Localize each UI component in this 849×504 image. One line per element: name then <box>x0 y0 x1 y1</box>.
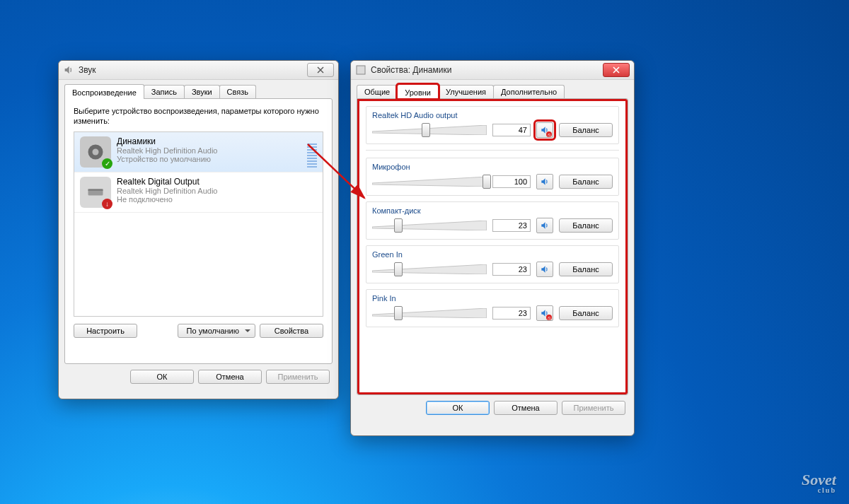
apply-button[interactable]: Применить <box>562 401 625 415</box>
device-name: Динамики <box>117 136 301 146</box>
sound-dialog: Звук Воспроизведение Запись Звуки Связь … <box>58 60 339 399</box>
ok-button[interactable]: ОК <box>130 370 194 384</box>
speaker-device-icon: ✓ <box>80 136 111 168</box>
volume-slider[interactable] <box>372 175 487 189</box>
tab-playback[interactable]: Воспроизведение <box>64 84 144 99</box>
tab-enhance[interactable]: Улучшения <box>438 85 494 98</box>
apply-button[interactable]: Применить <box>266 370 330 384</box>
level-row: 23⦸Баланс <box>372 305 613 321</box>
sound-title: Звук <box>79 65 303 75</box>
svg-marker-8 <box>372 264 487 274</box>
props-tabs: Общие Уровни Улучшения Дополнительно <box>351 80 634 98</box>
volume-slider[interactable] <box>372 123 487 137</box>
balance-button[interactable]: Баланс <box>559 306 613 320</box>
svg-marker-6 <box>372 177 487 187</box>
props-panel: Realtek HD Audio output47⦸БалансМикрофон… <box>357 98 628 395</box>
properties-dialog: Свойства: Динамики Общие Уровни Улучшени… <box>350 60 635 436</box>
level-row: 47⦸Баланс <box>372 122 613 138</box>
close-button[interactable] <box>307 63 334 77</box>
mute-button[interactable] <box>536 174 553 189</box>
volume-value[interactable]: 23 <box>492 307 531 320</box>
mute-button[interactable]: ⦸ <box>536 122 553 138</box>
desktop: Звук Воспроизведение Запись Звуки Связь … <box>0 0 849 504</box>
default-button[interactable]: По умолчанию <box>178 324 255 338</box>
properties-icon <box>355 64 366 76</box>
tab-general[interactable]: Общие <box>357 85 398 98</box>
muted-icon: ⦸ <box>546 315 552 320</box>
props-titlebar[interactable]: Свойства: Динамики <box>351 61 634 80</box>
level-name: Компакт-диск <box>372 206 613 215</box>
svg-marker-9 <box>372 308 487 318</box>
volume-value[interactable]: 23 <box>492 263 531 276</box>
device-desc: Realtek High Definition Audio <box>117 187 317 195</box>
level-group: Микрофон100Баланс <box>366 158 619 196</box>
level-name: Pink In <box>372 294 613 303</box>
slider-thumb[interactable] <box>394 218 403 233</box>
volume-slider[interactable] <box>372 306 487 320</box>
balance-button[interactable]: Баланс <box>559 262 613 276</box>
slider-thumb[interactable] <box>483 175 491 189</box>
disabled-icon: ↓ <box>102 199 112 209</box>
volume-slider[interactable] <box>372 218 487 233</box>
muted-icon: ⦸ <box>546 131 552 137</box>
volume-value[interactable]: 47 <box>492 124 531 136</box>
ok-button[interactable]: ОК <box>426 401 490 415</box>
level-name: Микрофон <box>372 163 613 171</box>
device-list[interactable]: ✓ Динамики Realtek High Definition Audio… <box>74 131 323 317</box>
volume-value[interactable]: 23 <box>492 219 531 232</box>
svg-marker-7 <box>372 221 487 230</box>
watermark: Sovet club <box>802 471 836 494</box>
tab-comm[interactable]: Связь <box>219 85 256 98</box>
props-title: Свойства: Динамики <box>371 65 599 75</box>
device-row-digital[interactable]: ↓ Realtek Digital Output Realtek High De… <box>74 172 323 213</box>
check-icon: ✓ <box>102 158 112 169</box>
cancel-button[interactable]: Отмена <box>494 401 558 415</box>
sound-tabs: Воспроизведение Запись Звуки Связь <box>59 80 338 98</box>
instruction-text: Выберите устройство воспроизведения, пар… <box>74 106 323 126</box>
device-status: Устройство по умолчанию <box>117 155 301 163</box>
properties-button[interactable]: Свойства <box>260 324 323 338</box>
device-row-speakers[interactable]: ✓ Динамики Realtek High Definition Audio… <box>74 132 323 172</box>
level-row: 23Баланс <box>372 262 613 277</box>
sound-panel: Выберите устройство воспроизведения, пар… <box>64 98 333 364</box>
device-status: Не подключено <box>117 195 317 204</box>
mute-button[interactable] <box>536 218 553 233</box>
close-button[interactable] <box>603 63 630 77</box>
speaker-icon <box>63 64 74 76</box>
balance-button[interactable]: Баланс <box>559 175 613 189</box>
level-row: 23Баланс <box>372 218 613 233</box>
level-group: Realtek HD Audio output47⦸Баланс <box>366 106 619 144</box>
slider-thumb[interactable] <box>394 262 403 276</box>
device-desc: Realtek High Definition Audio <box>117 146 301 155</box>
tab-sounds[interactable]: Звуки <box>184 85 220 98</box>
level-name: Green In <box>372 250 613 259</box>
level-name: Realtek HD Audio output <box>372 111 613 119</box>
svg-rect-3 <box>88 189 103 191</box>
level-row: 100Баланс <box>372 174 613 189</box>
digital-device-icon: ↓ <box>80 177 111 208</box>
device-name: Realtek Digital Output <box>117 177 317 187</box>
level-group: Pink In23⦸Баланс <box>366 289 619 327</box>
mute-button[interactable]: ⦸ <box>536 305 553 321</box>
tab-recording[interactable]: Запись <box>144 85 185 98</box>
sound-titlebar[interactable]: Звук <box>59 61 338 80</box>
tab-levels[interactable]: Уровни <box>397 84 439 99</box>
volume-slider[interactable] <box>372 262 487 276</box>
cancel-button[interactable]: Отмена <box>198 370 262 384</box>
mute-button[interactable] <box>536 262 553 277</box>
slider-thumb[interactable] <box>394 306 403 320</box>
sound-footer: ОК Отмена Применить <box>59 364 338 389</box>
level-meter <box>307 136 317 168</box>
svg-rect-4 <box>357 66 365 74</box>
svg-point-1 <box>93 149 99 156</box>
balance-button[interactable]: Баланс <box>559 218 613 233</box>
volume-value[interactable]: 100 <box>492 175 531 188</box>
props-footer: ОК Отмена Применить <box>351 395 634 421</box>
level-group: Green In23Баланс <box>366 245 619 283</box>
balance-button[interactable]: Баланс <box>559 123 613 137</box>
tab-advanced[interactable]: Дополнительно <box>493 85 565 98</box>
level-group: Компакт-диск23Баланс <box>366 201 619 240</box>
slider-thumb[interactable] <box>422 123 430 137</box>
configure-button[interactable]: Настроить <box>74 324 137 338</box>
separator <box>366 150 619 151</box>
